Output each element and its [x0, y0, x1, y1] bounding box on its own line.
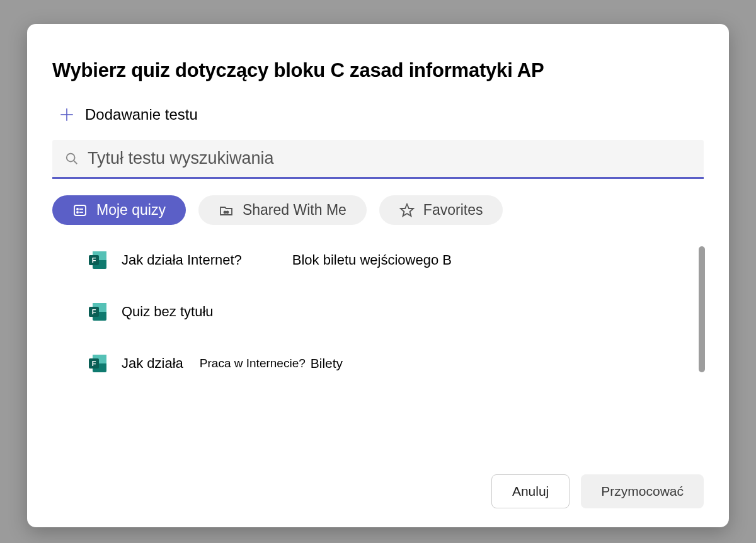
svg-point-2	[67, 153, 75, 161]
cancel-button[interactable]: Anuluj	[491, 474, 570, 508]
attach-button[interactable]: Przymocować	[581, 474, 704, 508]
search-icon	[65, 152, 79, 166]
star-icon	[399, 203, 415, 218]
svg-rect-4	[74, 205, 86, 215]
svg-point-7	[77, 212, 78, 213]
tab-my-quizzes[interactable]: Moje quizy	[52, 195, 186, 225]
tab-shared[interactable]: Shared With Me	[198, 195, 367, 225]
quiz-title: Quiz bez tytułu	[122, 304, 214, 320]
forms-icon: F	[88, 250, 108, 270]
search-input[interactable]	[88, 149, 691, 168]
quiz-title: Jak działa Internet?	[122, 252, 242, 268]
quiz-list-container: F Jak działa Internet? Blok biletu wejśc…	[52, 250, 704, 414]
scrollbar[interactable]	[699, 246, 705, 372]
svg-point-5	[77, 209, 78, 210]
filter-tabs: Moje quizy Shared With Me Favorites	[52, 195, 704, 225]
shared-folder-icon	[219, 203, 234, 218]
svg-line-3	[74, 160, 77, 164]
tab-favorites[interactable]: Favorites	[379, 195, 503, 225]
search-box[interactable]	[52, 140, 704, 179]
svg-text:F: F	[92, 308, 96, 316]
quiz-picker-modal: Wybierz quiz dotyczący bloku C zasad inf…	[27, 24, 729, 527]
svg-point-9	[224, 211, 226, 213]
tab-label: Shared With Me	[243, 202, 346, 219]
plus-icon	[59, 106, 75, 123]
svg-text:F: F	[92, 256, 96, 264]
quiz-right: Bilety	[311, 356, 343, 371]
tab-label: Moje quizy	[96, 202, 166, 219]
quiz-item[interactable]: F Jak działa Internet? Blok biletu wejśc…	[88, 250, 704, 270]
quiz-title: Jak działa	[122, 355, 183, 372]
quiz-item[interactable]: F Jak działa Praca w Internecie? Bilety	[88, 353, 704, 374]
modal-title: Wybierz quiz dotyczący bloku C zasad inf…	[52, 59, 704, 82]
list-icon	[72, 203, 88, 218]
quiz-list: F Jak działa Internet? Blok biletu wejśc…	[52, 250, 704, 374]
svg-marker-11	[401, 204, 413, 216]
quiz-item[interactable]: F Quiz bez tytułu	[88, 302, 704, 322]
svg-point-10	[226, 211, 228, 213]
forms-icon: F	[88, 353, 108, 374]
add-test-label: Dodawanie testu	[85, 106, 198, 123]
quiz-sub: Blok biletu wejściowego B	[292, 252, 452, 268]
svg-text:F: F	[92, 360, 96, 367]
quiz-mid: Praca w Internecie?	[200, 357, 306, 370]
forms-icon: F	[88, 302, 108, 322]
modal-footer: Anuluj Przymocować	[491, 474, 704, 508]
tab-label: Favorites	[423, 202, 483, 219]
add-test-button[interactable]: Dodawanie testu	[59, 106, 704, 123]
